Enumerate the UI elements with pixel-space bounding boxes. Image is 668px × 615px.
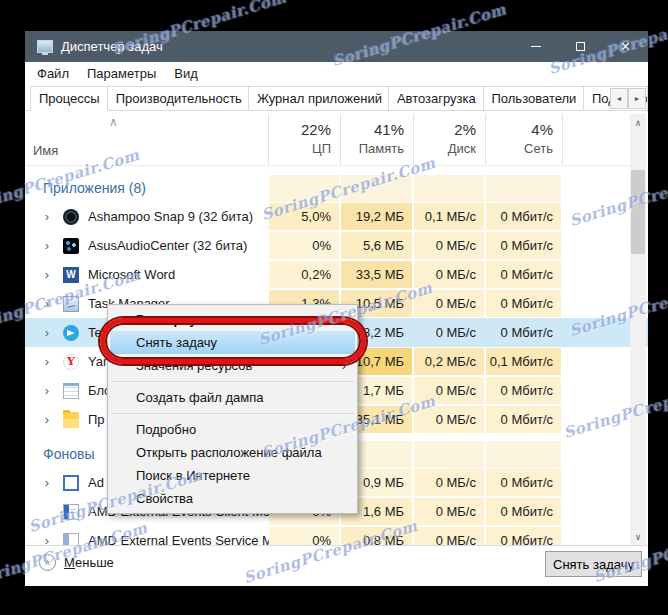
expand-chevron-icon[interactable]: › (39, 475, 55, 490)
memory-total-percent: 41% (341, 121, 404, 138)
title-bar: Диспетчер задач × (25, 31, 648, 62)
group-name: Приложения (8) (43, 180, 146, 196)
network-cell (486, 441, 561, 468)
group-name: Фоновы (43, 446, 94, 462)
expand-chevron-icon[interactable]: › (39, 296, 55, 311)
tab-3[interactable]: Автозагрузка (389, 86, 484, 111)
end-task-label: Снять задачу (553, 557, 634, 572)
minimize-icon (531, 46, 541, 47)
expand-chevron-icon[interactable]: › (39, 533, 55, 545)
expand-chevron-icon[interactable]: › (39, 267, 55, 282)
disk-cell: 0 МБ/с (414, 527, 484, 545)
network-total-percent: 4% (486, 121, 553, 138)
network-cell: 0 Мбит/с (486, 406, 561, 433)
tab-scroll-right-button[interactable]: ► (628, 88, 646, 109)
window-title: Диспетчер задач (61, 39, 163, 54)
disk-cell (414, 441, 484, 468)
network-cell: 0 Мбит/с (486, 377, 561, 404)
memory-cell: 33,5 МБ (341, 261, 412, 288)
chevron-down-icon: ∨ (635, 532, 642, 542)
screenshot-canvas: Диспетчер задач × ФайлПараметрыВид Проце… (0, 0, 668, 615)
tab-scroll-buttons: ◄ ► (610, 88, 646, 109)
disk-cell: 0 МБ/с (414, 261, 484, 288)
disk-cell: 0 МБ/с (414, 290, 484, 317)
memory-label: Память (341, 141, 404, 156)
expand-chevron-icon[interactable]: › (39, 383, 55, 398)
expand-chevron-icon[interactable]: › (39, 209, 55, 224)
disk-cell: 0 МБ/с (414, 319, 484, 346)
process-name-area: ›Ad (25, 468, 104, 497)
column-header-name[interactable]: Имя (33, 143, 58, 158)
expand-chevron-icon[interactable]: › (39, 325, 55, 340)
network-cell: 0 Мбит/с (486, 498, 561, 525)
column-header-cpu[interactable]: 22% ЦП (269, 112, 339, 165)
end-task-button[interactable]: Снять задачу (545, 551, 642, 577)
menu-separator (111, 413, 354, 414)
context-menu-item-8[interactable]: Поиск в Интернете (110, 464, 355, 487)
close-button[interactable]: × (603, 31, 648, 62)
column-header-network[interactable]: 4% Сеть (486, 112, 561, 165)
menubar-item-0[interactable]: Файл (28, 62, 78, 85)
fewer-details-toggle[interactable]: ∧ Меньше (39, 554, 114, 571)
disk-label: Диск (414, 141, 476, 156)
process-name-area: ›Пр (25, 405, 105, 434)
tab-1[interactable]: Производительность (108, 86, 249, 111)
disk-cell: 0 МБ/с (414, 498, 484, 525)
maximize-button[interactable] (558, 31, 603, 62)
network-cell: 0,1 Мбит/с (486, 348, 561, 375)
expand-chevron-icon[interactable]: › (39, 412, 55, 427)
scroll-up-button[interactable]: ∧ (630, 114, 646, 131)
scroll-left-icon: ◄ (616, 95, 623, 102)
column-header-memory[interactable]: 41% Память (341, 112, 412, 165)
memory-cell (341, 175, 412, 202)
list-header: ∧ Имя 22% ЦП 41% Память 2% Диск 4% Сеть (25, 112, 648, 166)
amd-client-icon (63, 504, 79, 520)
menu-separator (111, 381, 354, 382)
context-menu-item-7[interactable]: Открыть расположение файла (110, 441, 355, 464)
context-menu-item-4[interactable]: Создать файл дампа (110, 386, 355, 409)
network-cell: 0 Мбит/с (486, 290, 561, 317)
menu-bar: ФайлПараметрыВид (25, 62, 648, 85)
context-menu-item-6[interactable]: Подробно (110, 418, 355, 441)
task-manager-icon (37, 40, 53, 53)
tab-scroll-left-button[interactable]: ◄ (610, 88, 628, 109)
menubar-item-2[interactable]: Вид (165, 62, 207, 85)
process-name-area: ›AsusAudioCenter (32 бита) (25, 231, 247, 260)
yandex-icon (63, 354, 79, 370)
notepad-icon (63, 383, 79, 399)
process-name-area: ›Tel (25, 318, 105, 347)
disk-cell (414, 175, 484, 202)
network-cell: 0 Мбит/с (486, 527, 561, 545)
tab-0[interactable]: Процессы (30, 86, 108, 111)
column-header-disk[interactable]: 2% Диск (414, 112, 484, 165)
vertical-scrollbar[interactable]: ∧ ∨ (630, 114, 646, 545)
collapse-circle-icon: ∧ (39, 554, 56, 571)
scrollbar-thumb[interactable] (631, 170, 645, 254)
context-menu-item-9[interactable]: Свойства (110, 487, 355, 510)
expand-chevron-icon[interactable]: › (39, 238, 55, 253)
process-name: Microsoft Word (88, 267, 175, 282)
process-name-area: ›Microsoft Word (25, 260, 175, 289)
process-row[interactable]: ›Ashampoo Snap 9 (32 бита)5,0%19,2 МБ0,1… (25, 202, 648, 231)
chevron-up-icon: ∧ (45, 558, 51, 567)
process-row[interactable]: ›Microsoft Word0,2%33,5 МБ0 МБ/с0 Мбит/с (25, 260, 648, 289)
tab-strip: ПроцессыПроизводительностьЖурнал приложе… (25, 85, 648, 111)
cpu-cell: 0% (269, 232, 339, 259)
asus-icon (63, 238, 79, 254)
menubar-item-1[interactable]: Параметры (78, 62, 165, 85)
network-label: Сеть (486, 141, 553, 156)
adobe-icon (63, 475, 79, 491)
process-row[interactable]: ›AMD External Events Service M...0%0,8 М… (25, 526, 648, 545)
expand-chevron-icon[interactable]: › (39, 354, 55, 369)
tab-2[interactable]: Журнал приложений (249, 86, 389, 111)
scroll-right-icon: ► (634, 95, 641, 102)
minimize-button[interactable] (513, 31, 558, 62)
process-group-row[interactable]: Приложения (8) (25, 174, 648, 202)
tab-4[interactable]: Пользователи (484, 86, 585, 111)
scroll-down-button[interactable]: ∨ (630, 528, 646, 545)
process-name: AsusAudioCenter (32 бита) (88, 238, 247, 253)
telegram-icon (63, 325, 79, 341)
sort-ascending-icon: ∧ (109, 115, 118, 129)
process-name-area: Приложения (8) (25, 174, 146, 202)
process-row[interactable]: ›AsusAudioCenter (32 бита)0%5,6 МБ0 МБ/с… (25, 231, 648, 260)
